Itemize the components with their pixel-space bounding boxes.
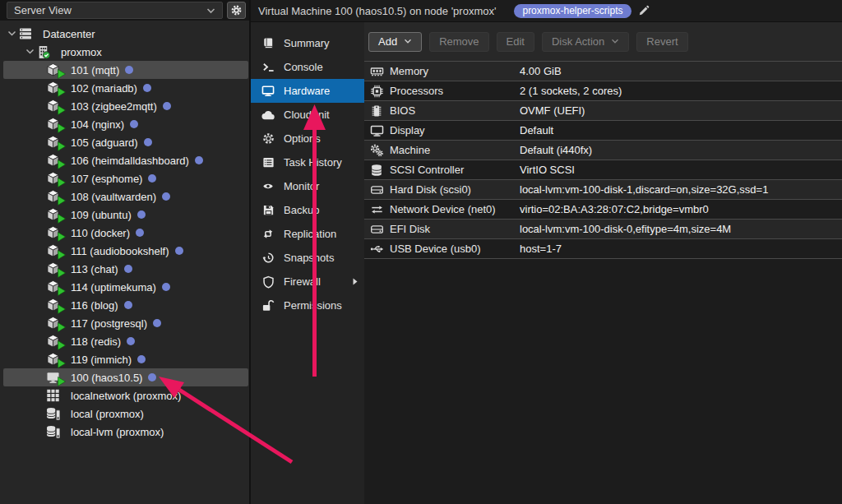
hw-row-network-device-net0[interactable]: Network Device (net0)virtio=02:BA:A3:28:… xyxy=(364,200,842,220)
menu-item-console[interactable]: Console xyxy=(251,55,364,79)
hw-row-value: local-lvm:vm-100-disk-0,efitype=4m,size=… xyxy=(520,223,731,235)
container-icon xyxy=(46,117,67,132)
tree-item-119-immich[interactable]: 119 (immich) xyxy=(3,350,248,368)
list-icon xyxy=(261,156,275,169)
tree-item-localnetwork-proxmox[interactable]: localnetwork (proxmox) xyxy=(3,386,248,405)
menu-item-firewall[interactable]: Firewall xyxy=(251,270,364,294)
tree-item-111-audiobookshelf[interactable]: 111 (audiobookshelf) xyxy=(3,242,248,260)
resource-tree-sidebar: Server View Datacenterproxmox101 (mqtt)1… xyxy=(0,0,249,504)
add-button[interactable]: Add xyxy=(368,32,422,52)
tree-item-local-lvm-proxmox[interactable]: local-lvm (proxmox) xyxy=(3,423,248,441)
menu-item-summary[interactable]: Summary xyxy=(251,31,364,55)
chip-icon xyxy=(370,104,390,118)
tree-item-label: 114 (uptimekuma) xyxy=(71,281,156,294)
tree-item-116-blog[interactable]: 116 (blog) xyxy=(3,296,248,314)
running-status-play-icon xyxy=(58,250,66,260)
hw-row-label: Machine xyxy=(390,144,520,156)
tree-item-local-proxmox[interactable]: local (proxmox) xyxy=(3,405,248,423)
remove-button[interactable]: Remove xyxy=(429,32,488,52)
disk-action-button[interactable]: Disk Action xyxy=(542,32,629,52)
menu-item-task-history[interactable]: Task History xyxy=(251,150,364,174)
hw-row-efi-disk[interactable]: EFI Disklocal-lvm:vm-100-disk-0,efitype=… xyxy=(364,220,842,239)
tree-expand-chevron-icon[interactable] xyxy=(23,49,36,55)
container-icon xyxy=(46,316,67,331)
snapshot-icon xyxy=(261,252,275,264)
hw-row-label: SCSI Controller xyxy=(390,164,520,176)
hw-row-memory[interactable]: Memory4.00 GiB xyxy=(364,62,842,81)
hw-row-value: VirtIO SCSI xyxy=(520,164,575,176)
tree-item-label: 113 (chat) xyxy=(71,263,118,275)
hardware-toolbar: AddRemoveEditDisk ActionRevert xyxy=(364,22,842,61)
replication-icon xyxy=(261,228,275,240)
tree-item-100-haos10.5[interactable]: 100 (haos10.5) xyxy=(3,368,248,386)
hw-row-display[interactable]: DisplayDefault xyxy=(364,121,842,141)
container-icon xyxy=(46,334,67,349)
revert-button[interactable]: Revert xyxy=(636,32,687,52)
edit-button[interactable]: Edit xyxy=(497,32,534,52)
hw-row-processors[interactable]: Processors2 (1 sockets, 2 cores) xyxy=(364,81,842,101)
hw-row-scsi-controller[interactable]: SCSI ControllerVirtIO SCSI xyxy=(364,160,842,180)
tree-item-105-adguard[interactable]: 105 (adguard) xyxy=(3,133,248,151)
hw-row-hard-disk-scsi0[interactable]: Hard Disk (scsi0)local-lvm:vm-100-disk-1… xyxy=(364,180,842,200)
menu-item-label: Console xyxy=(284,61,323,73)
container-icon xyxy=(46,298,67,312)
tree-item-101-mqtt[interactable]: 101 (mqtt) xyxy=(3,61,248,79)
monitor-icon xyxy=(261,85,275,97)
tree-item-108-vaultwarden[interactable]: 108 (vaultwarden) xyxy=(3,187,248,206)
hw-row-machine[interactable]: MachineDefault (i440fx) xyxy=(364,141,842,160)
running-status-play-icon xyxy=(58,286,66,296)
menu-item-label: Options xyxy=(284,132,321,145)
tree-item-110-docker[interactable]: 110 (docker) xyxy=(3,224,248,242)
menu-item-snapshots[interactable]: Snapshots xyxy=(251,246,364,270)
container-icon xyxy=(46,243,67,258)
tree-item-label: 117 (postgresql) xyxy=(71,317,147,330)
button-label: Edit xyxy=(507,35,525,48)
tree-item-109-ubuntu[interactable]: 109 (ubuntu) xyxy=(3,206,248,224)
menu-item-backup[interactable]: Backup xyxy=(251,198,364,222)
hw-row-label: Processors xyxy=(390,85,520,97)
tree-item-proxmox[interactable]: proxmox xyxy=(3,43,248,61)
tree-item-label: Datacenter xyxy=(43,28,95,40)
tree-item-113-chat[interactable]: 113 (chat) xyxy=(3,260,248,278)
tree-item-label: 106 (heimdalldashboard) xyxy=(71,155,189,167)
hw-row-value: Default (i440fx) xyxy=(520,144,592,156)
vm-tag-badge: proxmox-helper-scripts xyxy=(514,4,631,18)
container-icon xyxy=(46,99,67,113)
gear-icon xyxy=(230,4,243,16)
sidebar-settings-button[interactable] xyxy=(227,2,246,19)
hw-row-value: 4.00 GiB xyxy=(520,65,562,77)
tree-item-117-postgresql[interactable]: 117 (postgresql) xyxy=(3,314,248,332)
tag-dot xyxy=(144,138,152,146)
unlock-icon xyxy=(261,299,275,312)
button-label: Revert xyxy=(646,35,678,48)
tree-item-102-mariadb[interactable]: 102 (mariadb) xyxy=(3,79,248,97)
hw-row-value: 2 (1 sockets, 2 cores) xyxy=(520,85,622,97)
menu-item-options[interactable]: Options xyxy=(251,127,364,150)
tree-item-107-esphome[interactable]: 107 (esphome) xyxy=(3,169,248,187)
container-icon xyxy=(46,62,67,77)
menu-item-label: Task History xyxy=(284,156,342,169)
edit-tags-pencil-icon[interactable] xyxy=(638,5,650,16)
hw-row-value: local-lvm:vm-100-disk-1,discard=on,size=… xyxy=(520,183,768,196)
view-selector[interactable]: Server View xyxy=(7,2,223,19)
container-icon xyxy=(46,153,67,168)
menu-item-hardware[interactable]: Hardware xyxy=(251,79,364,103)
menu-item-permissions[interactable]: Permissions xyxy=(251,294,364,317)
menu-item-replication[interactable]: Replication xyxy=(251,222,364,246)
tree-item-datacenter[interactable]: Datacenter xyxy=(3,25,248,43)
menu-item-monitor[interactable]: Monitor xyxy=(251,174,364,198)
hw-row-usb-device-usb0[interactable]: USB Device (usb0)host=1-7 xyxy=(364,239,842,259)
menu-item-cloud-init[interactable]: Cloud-Init xyxy=(251,103,364,127)
hw-row-value: host=1-7 xyxy=(520,243,562,255)
submenu-caret-right-icon xyxy=(353,278,358,285)
hw-row-label: Network Device (net0) xyxy=(390,203,520,215)
tree-item-118-redis[interactable]: 118 (redis) xyxy=(3,332,248,350)
tree-item-106-heimdalldashboard[interactable]: 106 (heimdalldashboard) xyxy=(3,151,248,169)
memory-icon xyxy=(370,65,390,78)
tree-item-114-uptimekuma[interactable]: 114 (uptimekuma) xyxy=(3,278,248,296)
tree-expand-chevron-icon[interactable] xyxy=(5,30,18,37)
hw-row-bios[interactable]: BIOSOVMF (UEFI) xyxy=(364,101,842,121)
tree-item-104-nginx[interactable]: 104 (nginx) xyxy=(3,115,248,133)
tree-item-103-zigbee2mqtt[interactable]: 103 (zigbee2mqtt) xyxy=(3,97,248,115)
running-status-play-icon xyxy=(58,268,66,278)
